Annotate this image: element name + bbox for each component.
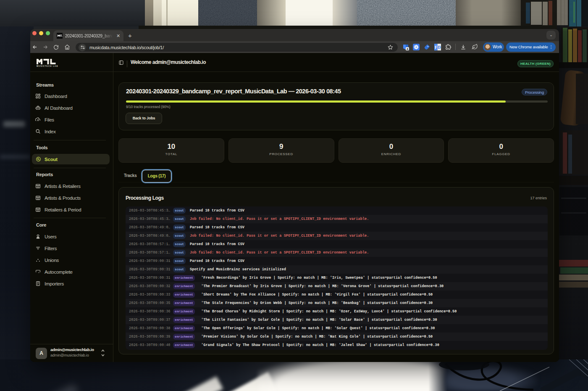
svg-text:4: 4: [407, 48, 408, 50]
svg-text:D: D: [438, 45, 441, 50]
svg-text:F: F: [435, 45, 437, 50]
